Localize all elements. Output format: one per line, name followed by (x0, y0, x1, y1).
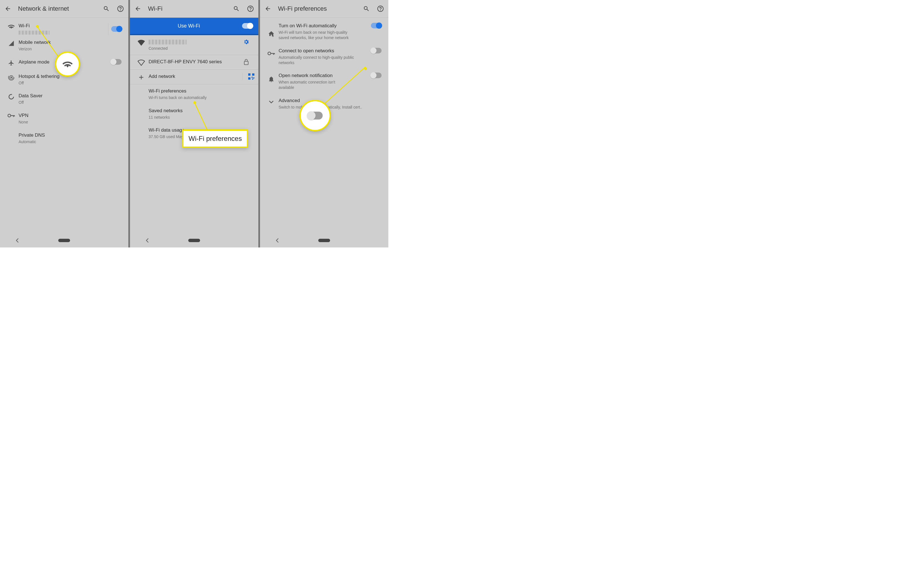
chevron-left-icon (15, 237, 20, 243)
wifi-icon (62, 60, 73, 68)
panel-network-internet: Network & internet Wi-Fi Mobile networkV… (0, 0, 128, 247)
redacted-ssid (149, 40, 187, 44)
auto-wifi-row[interactable]: Turn on Wi-Fi automaticallyWi-Fi will tu… (260, 18, 388, 44)
network-row[interactable]: DIRECT-8F-HP ENVY 7640 series (130, 55, 258, 70)
gear-icon[interactable] (243, 39, 249, 45)
svg-point-5 (8, 114, 11, 117)
highlight-circle-wifi-icon (55, 51, 80, 77)
chevron-down-icon (268, 100, 274, 104)
saved-networks-row[interactable]: Saved networks11 networks (130, 104, 258, 124)
plus-icon (138, 74, 145, 80)
highlight-circle-toggle (299, 100, 331, 131)
auto-on-sub: Wi-Fi will turn back on near high-qualit… (279, 30, 355, 41)
appbar: Wi-Fi preferences (260, 0, 388, 18)
search-icon (103, 5, 110, 12)
appbar: Wi-Fi (130, 0, 258, 18)
nav-home-pill[interactable] (318, 239, 330, 242)
dns-sub: Automatic (18, 139, 124, 144)
wifi-label: Wi-Fi (18, 23, 108, 29)
search-button[interactable] (102, 5, 110, 13)
airplane-toggle[interactable] (111, 59, 122, 65)
svg-point-15 (268, 52, 271, 55)
open-sub: Automatically connect to high-quality pu… (279, 55, 357, 66)
notify-sub: When automatic connection isn't availabl… (279, 80, 349, 90)
prefs-label: Wi-Fi preferences (149, 88, 255, 95)
nav-back-button[interactable] (15, 237, 24, 243)
vpn-row[interactable]: VPNNone (0, 109, 128, 128)
datasaver-sub: Off (18, 100, 124, 105)
back-button[interactable] (134, 5, 142, 13)
appbar: Network & internet (0, 0, 128, 18)
highlight-callout-wifi-preferences: Wi-Fi preferences (182, 129, 248, 148)
auto-on-label: Turn on Wi-Fi automatically (279, 23, 368, 29)
vpn-label: VPN (18, 113, 124, 119)
wifi-icon (8, 24, 15, 29)
vpn-key-icon (268, 51, 275, 56)
dns-row[interactable]: Private DNSAutomatic (0, 128, 128, 148)
wifi-full-icon (138, 40, 145, 46)
help-icon (247, 5, 254, 12)
back-button[interactable] (264, 5, 272, 13)
qr-icon[interactable] (248, 74, 255, 80)
system-navbar (260, 233, 388, 247)
svg-point-1 (10, 77, 12, 78)
datasaver-row[interactable]: Data SaverOff (0, 89, 128, 109)
nav-home-pill[interactable] (58, 239, 70, 242)
use-wifi-bar[interactable]: Use Wi-Fi (130, 18, 258, 35)
dns-label: Private DNS (18, 132, 124, 139)
system-navbar (0, 233, 128, 247)
help-button[interactable] (246, 5, 255, 13)
nav-back-button[interactable] (276, 237, 284, 243)
bell-icon (268, 76, 274, 82)
svg-rect-11 (251, 77, 253, 78)
chevron-left-icon (146, 237, 149, 243)
adv-label: Advanced (279, 98, 384, 104)
svg-rect-10 (248, 77, 250, 80)
search-icon (233, 5, 240, 12)
search-button[interactable] (363, 5, 370, 13)
auto-on-toggle[interactable] (371, 23, 382, 28)
panel-wifi: Wi-Fi Use Wi-Fi Connected DIRECT-8F-HP E… (130, 0, 258, 247)
arrow-left-icon (135, 5, 141, 12)
page-title: Network & internet (18, 5, 96, 12)
back-button[interactable] (4, 5, 12, 13)
lock-icon (244, 59, 249, 65)
open-networks-toggle[interactable] (371, 48, 382, 53)
nav-back-button[interactable] (146, 237, 154, 243)
svg-rect-13 (252, 79, 253, 80)
search-button[interactable] (232, 5, 240, 13)
search-icon (363, 5, 370, 12)
arrow-left-icon (264, 5, 271, 12)
vpn-sub: None (18, 120, 124, 125)
system-navbar (130, 233, 258, 247)
notify-toggle[interactable] (371, 72, 382, 78)
wifi-outline-icon (138, 60, 145, 66)
connected-sub: Connected (149, 46, 238, 51)
panel-wifi-preferences: Wi-Fi preferences Turn on Wi-Fi automati… (260, 0, 388, 247)
page-title: Wi-Fi preferences (278, 5, 356, 12)
notify-row[interactable]: Open network notificationWhen automatic … (260, 69, 388, 94)
connected-network-row[interactable]: Connected (130, 35, 258, 55)
arrow-left-icon (5, 5, 11, 12)
svg-rect-8 (248, 74, 250, 75)
mobile-label: Mobile network (18, 39, 124, 46)
svg-rect-7 (244, 61, 248, 65)
cellular-icon (8, 40, 14, 46)
wifi-row[interactable]: Wi-Fi (0, 18, 128, 36)
open-networks-row[interactable]: Connect to open networksAutomatically co… (260, 44, 388, 69)
datasaver-label: Data Saver (18, 93, 124, 99)
use-wifi-toggle[interactable] (242, 23, 253, 29)
prefs-sub: Wi-Fi turns back on automatically (149, 95, 255, 100)
vpn-key-icon (8, 113, 15, 118)
add-network-row[interactable]: Add network (130, 70, 258, 84)
help-button[interactable] (376, 5, 384, 13)
nav-home-pill[interactable] (188, 239, 200, 242)
home-refresh-icon (268, 31, 275, 37)
svg-rect-12 (253, 77, 255, 79)
toggle-off-icon (307, 111, 322, 120)
svg-point-4 (9, 95, 14, 99)
wifi-toggle[interactable] (111, 26, 122, 32)
network-label: DIRECT-8F-HP ENVY 7640 series (149, 59, 238, 65)
help-button[interactable] (117, 5, 124, 13)
open-label: Connect to open networks (279, 48, 368, 54)
